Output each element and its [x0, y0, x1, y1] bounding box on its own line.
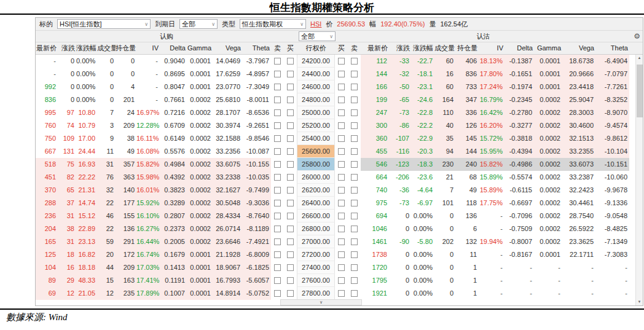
put-vol[interactable]: 35 — [434, 132, 455, 145]
strike-cell[interactable]: 27000.00 — [297, 235, 335, 248]
strike-filter-select[interactable]: 全部 ∨ — [299, 31, 336, 41]
call-vol[interactable]: 22 — [97, 197, 116, 210]
call-sell-checkbox[interactable] — [271, 145, 284, 158]
call-delta[interactable]: 0.8047 — [160, 81, 187, 93]
put-theta[interactable]: - — [595, 274, 629, 287]
call-theta[interactable]: -9.2651 — [242, 119, 271, 132]
header-call-gamma[interactable]: Gamma — [187, 42, 213, 54]
strike-cell[interactable]: 24400.00 — [297, 68, 335, 81]
put-chg[interactable]: -90 — [389, 235, 411, 248]
put-vol[interactable]: 0 — [434, 261, 455, 274]
put-last[interactable]: 975 — [361, 197, 389, 210]
call-vol[interactable]: 9 — [97, 132, 116, 145]
put-sell-checkbox[interactable] — [348, 93, 361, 106]
put-gamma[interactable]: 0.0002 — [534, 184, 562, 197]
call-buy-checkbox[interactable] — [284, 197, 297, 210]
call-theta[interactable]: -7.4921 — [242, 235, 271, 248]
strike-cell[interactable]: 26200.00 — [297, 184, 335, 197]
scroll-up-icon[interactable]: ▲ — [636, 55, 643, 61]
strike-cell[interactable]: 26600.00 — [297, 210, 335, 222]
put-chg-pct[interactable]: 0.00% — [411, 261, 434, 274]
call-last[interactable]: 451 — [36, 171, 58, 184]
put-iv[interactable]: - — [479, 210, 505, 222]
call-last[interactable]: 165 — [36, 235, 58, 248]
call-iv[interactable]: 12.28% — [136, 119, 160, 132]
put-theta[interactable]: - — [595, 287, 629, 300]
put-delta[interactable]: -0.2345 — [505, 93, 534, 106]
call-chg-pct[interactable]: 16.82 — [76, 248, 97, 261]
call-chg-pct[interactable]: 23.13 — [76, 235, 97, 248]
put-chg-pct[interactable]: -23.1 — [411, 81, 434, 93]
put-delta[interactable]: -0.1974 — [505, 81, 534, 93]
put-theta[interactable]: -10.104 — [595, 145, 629, 158]
put-chg-pct[interactable]: -6.97 — [411, 197, 434, 210]
put-iv[interactable]: - — [479, 261, 505, 274]
put-vol[interactable]: 0 — [434, 222, 455, 235]
put-gamma[interactable]: 0.0001 — [534, 81, 562, 93]
call-delta[interactable]: 0.1679 — [160, 248, 187, 261]
put-vol[interactable]: 110 — [434, 106, 455, 119]
put-oi[interactable]: 144 — [455, 145, 479, 158]
header-call-buy[interactable]: 买 — [284, 42, 297, 54]
strike-cell[interactable]: 25400.00 — [297, 132, 335, 145]
call-last[interactable]: 750 — [36, 132, 58, 145]
put-vega[interactable]: 30.4600 — [562, 119, 595, 132]
put-sell-checkbox[interactable] — [348, 132, 361, 145]
put-iv[interactable]: 15.95% — [479, 145, 505, 158]
call-delta[interactable]: 0.2005 — [160, 235, 187, 248]
call-chg[interactable]: 75 — [58, 158, 76, 171]
header-call-vol[interactable]: 成交量 — [97, 42, 116, 54]
strike-cell[interactable]: 24800.00 — [297, 93, 335, 106]
call-sell-checkbox[interactable] — [271, 55, 284, 68]
call-last[interactable]: 370 — [36, 184, 58, 197]
put-chg-pct[interactable]: -22.9 — [411, 132, 434, 145]
call-gamma[interactable]: 0.0001 — [187, 55, 213, 68]
call-chg[interactable]: 0 — [58, 55, 76, 68]
call-last[interactable]: 69 — [36, 287, 58, 300]
put-buy-checkbox[interactable] — [335, 145, 348, 158]
call-oi[interactable]: 363 — [116, 171, 136, 184]
call-theta[interactable]: -9.8546 — [242, 132, 271, 145]
call-buy-checkbox[interactable] — [284, 248, 297, 261]
put-chg[interactable]: -50 — [389, 81, 411, 93]
put-buy-checkbox[interactable] — [335, 274, 348, 287]
put-delta[interactable]: -0.1651 — [505, 68, 534, 81]
call-buy-checkbox[interactable] — [284, 68, 297, 81]
call-chg[interactable]: 65 — [58, 184, 76, 197]
put-chg-pct[interactable]: 0.00% — [411, 248, 434, 261]
put-vol[interactable]: 202 — [434, 235, 455, 248]
call-vega[interactable]: 17.6259 — [213, 68, 242, 81]
strike-cell[interactable]: 26000.00 — [297, 171, 335, 184]
call-buy-checkbox[interactable] — [284, 287, 297, 300]
put-vega[interactable]: 18.6738 — [562, 55, 595, 68]
header-call-theta[interactable]: Theta — [242, 42, 271, 54]
call-theta[interactable]: -8.7640 — [242, 210, 271, 222]
put-last[interactable]: 1921 — [361, 287, 389, 300]
call-buy-checkbox[interactable] — [284, 274, 297, 287]
vertical-scrollbar[interactable]: ▲ ▼ — [635, 55, 643, 305]
call-chg-pct[interactable]: 14.74 — [76, 197, 97, 210]
put-iv[interactable]: - — [479, 222, 505, 235]
put-buy-checkbox[interactable] — [335, 222, 348, 235]
put-chg-pct[interactable]: -24.6 — [411, 93, 434, 106]
put-sell-checkbox[interactable] — [348, 119, 361, 132]
put-vol[interactable]: 0 — [434, 287, 455, 300]
put-iv[interactable]: - — [479, 287, 505, 300]
call-sell-checkbox[interactable] — [271, 158, 284, 171]
put-iv[interactable]: 18.13% — [479, 55, 505, 68]
call-oi[interactable]: 155 — [116, 210, 136, 222]
call-vega[interactable]: 33.2356 — [213, 145, 242, 158]
put-sell-checkbox[interactable] — [348, 171, 361, 184]
call-theta[interactable]: -7.3049 — [242, 81, 271, 93]
put-vega[interactable]: 30.4461 — [562, 197, 595, 210]
put-delta[interactable]: -0.2780 — [505, 106, 534, 119]
put-delta[interactable]: -0.7509 — [505, 222, 534, 235]
put-chg-pct[interactable]: -5.80 — [411, 235, 434, 248]
put-theta[interactable]: -10.151 — [595, 158, 629, 171]
call-chg-pct[interactable]: 0.00% — [76, 55, 97, 68]
call-chg[interactable]: 16 — [58, 261, 76, 274]
put-sell-checkbox[interactable] — [348, 248, 361, 261]
call-chg[interactable]: 38 — [58, 222, 76, 235]
call-gamma[interactable]: 0.0002 — [187, 132, 213, 145]
call-oi[interactable]: 0 — [116, 68, 136, 81]
